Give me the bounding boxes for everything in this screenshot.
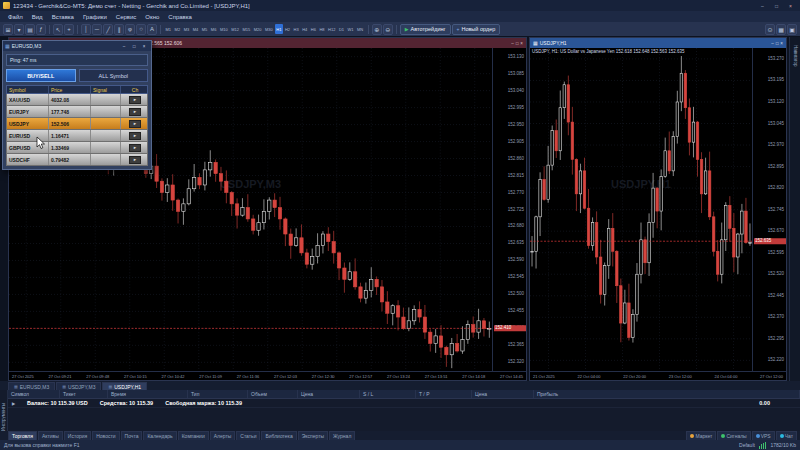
- profile-name[interactable]: Default: [739, 442, 755, 448]
- trendline-icon[interactable]: ╱: [103, 24, 113, 35]
- timeframe-mn[interactable]: MN: [356, 24, 365, 34]
- horizontal-line-icon[interactable]: ─: [92, 24, 102, 35]
- window-close-button[interactable]: ×: [784, 1, 797, 10]
- timeframe-m30[interactable]: M30: [264, 24, 275, 34]
- timeframe-m1[interactable]: M1: [164, 24, 173, 34]
- symbol-row-gbpusd[interactable]: GBPUSD1.33469►: [6, 142, 148, 154]
- data-window-icon[interactable]: ▦: [776, 24, 786, 35]
- trade-column-9[interactable]: Прибыль: [534, 390, 800, 398]
- menu-item-4[interactable]: Сервис: [112, 13, 141, 21]
- service-tab-чат[interactable]: Чат: [776, 431, 797, 441]
- trade-panel-titlebar[interactable]: ▦ EURUSD,M3 – □ ×: [3, 41, 151, 51]
- toolbox-side-tab[interactable]: Инструменты: [0, 390, 8, 431]
- toolbox-tab-библиотека[interactable]: Библиотека: [261, 431, 296, 441]
- trade-panel-window[interactable]: ▦ EURUSD,M3 – □ × Ping: 47 ms BUY/SELL A…: [2, 40, 152, 170]
- toolbox-tab-почта[interactable]: Почта: [121, 431, 143, 441]
- trade-column-6[interactable]: S / L: [360, 390, 416, 398]
- timeframe-m12[interactable]: M12: [230, 24, 241, 34]
- panel-minimize-button[interactable]: –: [119, 42, 129, 50]
- open-chart-arrow-button[interactable]: ►: [129, 144, 141, 152]
- symbol-row-eurusd[interactable]: EURUSD1.16471►: [6, 130, 148, 142]
- symbol-row-xauusd[interactable]: XAUUSD4032.08►: [6, 94, 148, 106]
- service-tab-маркет[interactable]: Маркет: [686, 431, 716, 441]
- chart-tab-usdjpy-h1[interactable]: ▦USDJPY,H1: [102, 382, 147, 390]
- open-chart-arrow-button[interactable]: ►: [129, 120, 141, 128]
- search-icon[interactable]: ⊙: [765, 24, 775, 35]
- text-label-icon[interactable]: A: [147, 24, 157, 35]
- channel-icon[interactable]: ∥: [114, 24, 124, 35]
- crosshair-icon[interactable]: +: [64, 24, 74, 35]
- buy-sell-button[interactable]: BUY/SELL: [6, 69, 76, 82]
- timeframe-m5[interactable]: M5: [200, 24, 209, 34]
- right-chart-minimize-button[interactable]: –: [771, 41, 774, 46]
- toolbox-tab-активы[interactable]: Активы: [38, 431, 63, 441]
- toolbox-tab-эксперты[interactable]: Эксперты: [298, 431, 328, 441]
- zoom-in-icon[interactable]: ⊕: [372, 24, 382, 35]
- toolbox-tab-журнал[interactable]: Журнал: [329, 431, 355, 441]
- timeframe-w1[interactable]: W1: [346, 24, 355, 34]
- left-chart-minimize-button[interactable]: –: [511, 41, 514, 46]
- menu-item-3[interactable]: Графики: [79, 13, 111, 21]
- timeframe-h6[interactable]: H6: [309, 24, 317, 34]
- timeframe-m2[interactable]: M2: [173, 24, 182, 34]
- left-chart-close-button[interactable]: ×: [520, 41, 523, 46]
- navigator-collapsed-tab[interactable]: Навигатор: [789, 37, 800, 381]
- expand-icon[interactable]: ▶: [12, 401, 15, 406]
- menu-item-0[interactable]: Файл: [4, 13, 27, 21]
- window-maximize-button[interactable]: □: [770, 1, 783, 10]
- service-tab-сигналы[interactable]: Сигналы: [717, 431, 750, 441]
- symbol-row-eurjpy[interactable]: EURJPY177.748►: [6, 106, 148, 118]
- open-chart-arrow-button[interactable]: ►: [129, 132, 141, 140]
- timeframe-m10[interactable]: M10: [218, 24, 229, 34]
- timeframe-m15[interactable]: M15: [241, 24, 252, 34]
- chart-tab-usdjpy-m3[interactable]: ▦USDJPY,M3: [56, 382, 101, 390]
- panel-maximize-button[interactable]: □: [129, 42, 139, 50]
- trade-column-5[interactable]: Цена: [298, 390, 360, 398]
- right-time-axis[interactable]: 21 Oct 202522 Oct 04:0022 Oct 20:0023 Oc…: [530, 371, 786, 380]
- timeframe-h8[interactable]: H8: [318, 24, 326, 34]
- trade-column-0[interactable]: Символ: [8, 390, 60, 398]
- chart-tab-eurusd-m3[interactable]: ▦EURUSD,M3: [8, 382, 55, 390]
- open-chart-arrow-button[interactable]: ►: [129, 156, 141, 164]
- menu-item-2[interactable]: Вставка: [48, 13, 78, 21]
- timeframe-m6[interactable]: M6: [209, 24, 218, 34]
- timeframe-d1[interactable]: D1: [337, 24, 345, 34]
- open-chart-arrow-button[interactable]: ►: [129, 108, 141, 116]
- vertical-line-icon[interactable]: │: [81, 24, 91, 35]
- new-order-button[interactable]: + Новый ордер: [452, 24, 501, 35]
- autotrading-button[interactable]: ▶ Автотрейдинг: [400, 24, 451, 35]
- timeframe-h12[interactable]: H12: [327, 24, 337, 34]
- fibonacci-icon[interactable]: φ: [125, 24, 135, 35]
- window-minimize-button[interactable]: –: [756, 1, 769, 10]
- toolbox-tab-история[interactable]: История: [64, 431, 91, 441]
- all-symbol-button[interactable]: ALL Symbol: [79, 69, 149, 82]
- toolbox-tab-новости[interactable]: Новости: [92, 431, 119, 441]
- right-price-axis[interactable]: 153.270153.195153.120153.045152.970152.8…: [752, 48, 786, 371]
- right-chart-close-button[interactable]: ×: [780, 41, 783, 46]
- trade-column-1[interactable]: Тикет: [60, 390, 108, 398]
- trade-column-3[interactable]: Тип: [188, 390, 248, 398]
- trade-column-4[interactable]: Объем: [248, 390, 298, 398]
- menu-item-1[interactable]: Вид: [28, 13, 47, 21]
- symbol-row-usdchf[interactable]: USDCHF0.79482►: [6, 154, 148, 166]
- trade-column-2[interactable]: Время: [108, 390, 188, 398]
- open-chart-arrow-button[interactable]: ►: [129, 96, 141, 104]
- toolbox-tab-статьи[interactable]: Статьи: [236, 431, 260, 441]
- menu-item-6[interactable]: Справка: [164, 13, 196, 21]
- chart-list-dropdown-icon[interactable]: ▾: [14, 24, 24, 35]
- timeframe-h4[interactable]: H4: [301, 24, 309, 34]
- layout-icon[interactable]: ▣: [787, 24, 797, 35]
- timeframe-h2[interactable]: H2: [283, 24, 291, 34]
- left-chart-restore-button[interactable]: □: [516, 41, 519, 46]
- right-chart-restore-button[interactable]: □: [776, 41, 779, 46]
- timeframe-m4[interactable]: M4: [191, 24, 200, 34]
- cursor-icon[interactable]: ↖: [53, 24, 63, 35]
- left-price-axis[interactable]: 153.130153.085153.040152.995152.950152.9…: [492, 48, 526, 371]
- symbol-row-usdjpy[interactable]: USDJPY152.506►: [6, 118, 148, 130]
- timeframe-h3[interactable]: H3: [292, 24, 300, 34]
- right-chart-titlebar[interactable]: ▦ USDJPY,H1 – □ ×: [530, 38, 786, 48]
- trade-column-7[interactable]: T / P: [416, 390, 472, 398]
- indicators-icon[interactable]: ƒ: [36, 24, 46, 35]
- left-time-axis[interactable]: 27 Oct 202527 Oct 09:2127 Oct 09:4827 Oc…: [9, 371, 526, 380]
- right-price-chart[interactable]: USDJPY,H1 USDJPY, H1: US Dollar vs Japan…: [530, 48, 752, 371]
